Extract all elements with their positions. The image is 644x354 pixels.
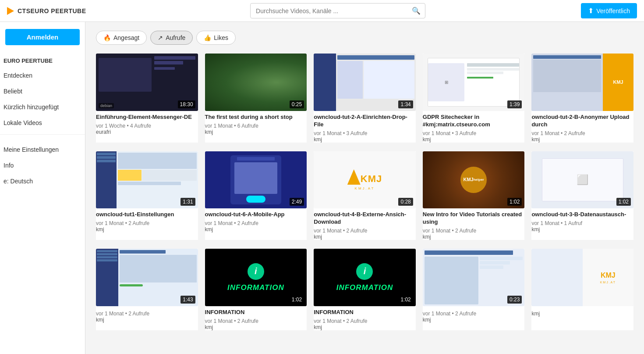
video-card-8[interactable]: KMJ KMJ.AT 0:28 owncloud-tut-4-B-Externe… bbox=[314, 151, 416, 240]
video-title-12: INFORMATION bbox=[205, 309, 307, 316]
duration-badge-6: 1:31 bbox=[180, 198, 195, 206]
video-title-5: owncloud-tut-2-B-Anonymer Upload durch bbox=[531, 114, 633, 129]
thumbnail-4: ⊞ 1:39 bbox=[423, 54, 525, 111]
sidebar-item-kurzlich[interactable]: Kürzlich hinzugefügt bbox=[0, 99, 85, 115]
fire-icon: 🔥 bbox=[103, 34, 111, 41]
video-meta-9: vor 1 Monat • 2 Aufrufe bbox=[423, 228, 525, 234]
logo-play-icon bbox=[7, 7, 14, 15]
video-meta-1: vor 1 Woche • 4 Aufrufe bbox=[96, 123, 198, 129]
duration-badge-2: 0:25 bbox=[290, 100, 304, 108]
filter-tabs: 🔥 Angesagt ↗ Aufrufe 👍 Likes bbox=[96, 31, 633, 45]
thumbnail-3: 1:34 bbox=[314, 54, 416, 111]
sidebar-divider bbox=[0, 134, 85, 135]
video-title-8: owncloud-tut-4-B-Externe-Ansich-Download bbox=[314, 211, 416, 226]
video-channel-3: kmj bbox=[314, 136, 416, 143]
tab-aufrufe-label: Aufrufe bbox=[166, 34, 185, 41]
tab-aufrufe[interactable]: ↗ Aufrufe bbox=[150, 31, 193, 45]
thumbsup-icon: 👍 bbox=[204, 34, 211, 41]
video-channel-2: kmj bbox=[205, 129, 307, 135]
video-title-2: The first test during a short stop bbox=[205, 114, 307, 121]
video-title-7: owncloud-tut-6-A-Mobile-App bbox=[205, 211, 307, 218]
tab-angesagt[interactable]: 🔥 Angesagt bbox=[96, 31, 147, 45]
video-info-14: vor 1 Monat • 2 Aufrufe kmj bbox=[423, 306, 525, 323]
sidebar-item-language[interactable]: e: Deutsch bbox=[0, 173, 85, 189]
video-card-14[interactable]: 0:23 vor 1 Monat • 2 Aufrufe kmj bbox=[423, 249, 525, 330]
layout: Anmelden EURO PEERTUBE Entdecken Beliebt… bbox=[0, 22, 644, 354]
logo-text: CTSEURO PEERTUBE bbox=[18, 7, 86, 14]
video-card-1[interactable]: debian 18:30 Einführung-Element-Messenge… bbox=[96, 54, 198, 143]
video-channel-11: kmj bbox=[96, 317, 198, 323]
video-info-12: INFORMATION vor 1 Monat • 2 Aufrufe kmj bbox=[205, 306, 307, 330]
video-card-12[interactable]: i INFORMATION 1:02 INFORMATION vor 1 Mon… bbox=[205, 249, 307, 330]
video-card-3[interactable]: 1:34 owncloud-tut-2-A-Einrichten-Drop-Fi… bbox=[314, 54, 416, 143]
video-channel-4: kmj bbox=[423, 136, 525, 143]
video-channel-7: kmj bbox=[205, 226, 307, 232]
video-card-5[interactable]: KMJ owncloud-tut-2-B-Anonymer Upload dur… bbox=[531, 54, 633, 143]
video-meta-14: vor 1 Monat • 2 Aufrufe bbox=[423, 311, 525, 317]
video-card-2[interactable]: 0:25 The first test during a short stop … bbox=[205, 54, 307, 143]
kmj-avatar-inner: KMJ helper bbox=[460, 167, 487, 193]
sidebar-item-beliebt[interactable]: Beliebt bbox=[0, 83, 85, 99]
video-title-10: owncloud-tut-3-B-Datenaustausch- bbox=[531, 211, 633, 218]
video-card-7[interactable]: 2:49 owncloud-tut-6-A-Mobile-App vor 1 M… bbox=[205, 151, 307, 240]
search-box: 🔍 bbox=[250, 3, 425, 18]
duration-badge-11: 1:43 bbox=[180, 296, 195, 304]
video-meta-13: vor 1 Monat • 2 Aufrufe bbox=[314, 318, 416, 324]
tab-likes[interactable]: 👍 Likes bbox=[196, 31, 236, 45]
thumbnail-5: KMJ bbox=[531, 54, 633, 111]
search-input[interactable] bbox=[251, 4, 407, 18]
sidebar-item-entdecken[interactable]: Entdecken bbox=[0, 68, 85, 83]
video-card-9[interactable]: KMJ helper 1:02 New Intro for Video Tuto… bbox=[423, 151, 525, 240]
video-info-11: vor 1 Monat • 2 Aufrufe kmj bbox=[96, 306, 198, 323]
video-card-6[interactable]: 1:31 owncloud-tut1-Einstellungen vor 1 M… bbox=[96, 151, 198, 240]
sidebar-bottom: Meine Einstellungen Info e: Deutsch bbox=[0, 138, 85, 189]
sidebar-item-info[interactable]: Info bbox=[0, 157, 85, 173]
upload-icon: ⬆ bbox=[588, 7, 594, 15]
sidebar-item-einstellungen[interactable]: Meine Einstellungen bbox=[0, 142, 85, 157]
sidebar-item-lokal[interactable]: Lokale Videos bbox=[0, 115, 85, 131]
thumbnail-15: KMJ KMJ.AT bbox=[531, 249, 633, 306]
video-meta-8: vor 1 Monat • 2 Aufrufe bbox=[314, 228, 416, 234]
video-meta-12: vor 1 Monat • 2 Aufrufe bbox=[205, 318, 307, 324]
tab-angesagt-label: Angesagt bbox=[113, 34, 139, 41]
video-meta-2: vor 1 Monat • 6 Aufrufe bbox=[205, 123, 307, 129]
video-info-9: New Intro for Video Tutorials created us… bbox=[423, 208, 525, 240]
thumbnail-1: debian 18:30 bbox=[96, 54, 198, 111]
video-meta-5: vor 1 Monat • 2 Aufrufe bbox=[531, 130, 633, 136]
video-channel-14: kmj bbox=[423, 317, 525, 323]
upload-button[interactable]: ⬆ Veröffentlich bbox=[581, 3, 637, 18]
login-button[interactable]: Anmelden bbox=[5, 29, 80, 45]
thumbnail-10: ⬜ 1:02 bbox=[531, 151, 633, 209]
video-info-3: owncloud-tut-2-A-Einrichten-Drop-File vo… bbox=[314, 111, 416, 143]
video-meta-11: vor 1 Monat • 2 Aufrufe bbox=[96, 311, 198, 317]
video-card-15[interactable]: KMJ KMJ.AT kmj bbox=[531, 249, 633, 330]
video-channel-9: kmj bbox=[423, 234, 525, 240]
video-info-10: owncloud-tut-3-B-Datenaustausch- vor 1 M… bbox=[531, 208, 633, 232]
video-title-9: New Intro for Video Tutorials created us… bbox=[423, 211, 525, 226]
thumbnail-11: 1:43 bbox=[96, 249, 198, 306]
video-card-13[interactable]: i INFORMATION 1:02 INFORMATION vor 1 Mon… bbox=[314, 249, 416, 330]
video-info-7: owncloud-tut-6-A-Mobile-App vor 1 Monat … bbox=[205, 208, 307, 232]
video-card-10[interactable]: ⬜ 1:02 owncloud-tut-3-B-Datenaustausch- … bbox=[531, 151, 633, 240]
video-card-4[interactable]: ⊞ 1:39 GDPR Sitechecker in #kmj:matrix.c bbox=[423, 54, 525, 143]
thumbnail-9: KMJ helper 1:02 bbox=[423, 151, 525, 209]
video-channel-12: kmj bbox=[205, 324, 307, 330]
thumbnail-8: KMJ KMJ.AT 0:28 bbox=[314, 151, 416, 209]
duration-badge-10: 1:02 bbox=[616, 198, 631, 206]
video-info-6: owncloud-tut1-Einstellungen vor 1 Monat … bbox=[96, 208, 198, 232]
duration-badge-7: 2:49 bbox=[290, 198, 304, 206]
video-meta-6: vor 1 Monat • 2 Aufrufe bbox=[96, 220, 198, 226]
video-title-6: owncloud-tut1-Einstellungen bbox=[96, 211, 198, 218]
sidebar-login-area: Anmelden bbox=[5, 29, 80, 45]
thumbnail-12: i INFORMATION 1:02 bbox=[205, 249, 307, 306]
search-button[interactable]: 🔍 bbox=[407, 4, 425, 18]
video-channel-6: kmj bbox=[96, 226, 198, 232]
video-card-11[interactable]: 1:43 vor 1 Monat • 2 Aufrufe kmj bbox=[96, 249, 198, 330]
video-info-15: kmj bbox=[531, 306, 633, 317]
video-channel-5: kmj bbox=[531, 136, 633, 143]
duration-badge-14: 0:23 bbox=[507, 296, 522, 304]
thumbnail-13: i INFORMATION 1:02 bbox=[314, 249, 416, 306]
video-title-13: INFORMATION bbox=[314, 309, 416, 316]
video-grid: debian 18:30 Einführung-Element-Messenge… bbox=[96, 54, 633, 330]
video-channel-13: kmj bbox=[314, 324, 416, 330]
